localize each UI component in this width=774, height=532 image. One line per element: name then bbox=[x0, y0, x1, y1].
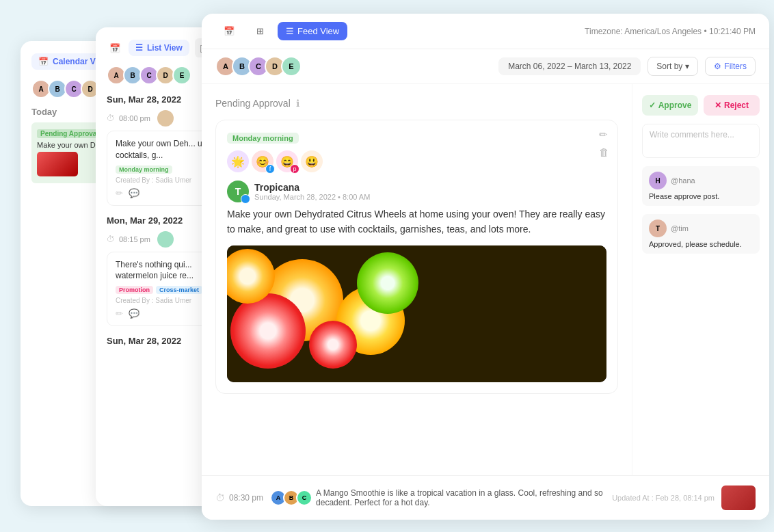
filters-button[interactable]: ⚙ Filters bbox=[705, 57, 756, 76]
comment-user-1: @hana bbox=[671, 176, 695, 185]
date-range-text: March 06, 2022 – March 13, 2022 bbox=[508, 62, 631, 71]
monday-morning-tag: Monday morning bbox=[227, 133, 299, 144]
comment-avatar-2: T bbox=[649, 220, 667, 237]
comment-item-1: H @hana Please approve post. bbox=[642, 166, 760, 206]
sort-by-button[interactable]: Sort by ▾ bbox=[648, 57, 698, 76]
pending-header: Pending Approval ℹ bbox=[215, 98, 618, 109]
feed-nav-icon: ☰ bbox=[286, 26, 294, 36]
comment-input[interactable]: Write comments here... bbox=[642, 124, 760, 158]
bottom-clock-icon: ⏱ bbox=[215, 492, 225, 503]
top-bar-right: Timezone: America/Los Angeles • 10:21:40… bbox=[585, 27, 756, 36]
list-icon: ☰ bbox=[135, 43, 143, 53]
comment-text-2: Approved, please schedule. bbox=[649, 240, 753, 248]
pending-label: Pending Approval bbox=[215, 98, 291, 109]
reject-x-icon: ✕ bbox=[715, 101, 721, 110]
calendar-tab-btn[interactable]: 📅 bbox=[107, 40, 123, 56]
emoji-badge-2: p bbox=[290, 164, 299, 174]
brand-date: Sunday, March 28, 2022 • 8:00 AM bbox=[254, 193, 370, 201]
calendar-nav-icon: 📅 bbox=[224, 26, 235, 36]
comment-text-1: Please approve post. bbox=[649, 192, 753, 200]
sort-by-label: Sort by bbox=[656, 62, 682, 71]
feed-column: Pending Approval ℹ ✏ 🗑 Monday morning 🌟 … bbox=[202, 84, 632, 475]
post-text: Make your own Dehydrated Citrus Wheels a… bbox=[227, 207, 606, 237]
filters-label: Filters bbox=[724, 62, 747, 71]
feed-view-tab[interactable]: ☰ Feed View bbox=[278, 22, 347, 40]
filter-icon: ⚙ bbox=[714, 62, 721, 71]
bottom-avatars: A B C bbox=[270, 490, 309, 506]
emoji-2: 😊 f bbox=[252, 150, 273, 172]
grid-nav-icon: ⊞ bbox=[256, 26, 264, 36]
comment-icon-2[interactable]: 💬 bbox=[129, 308, 139, 319]
bottom-post-text: A Mango Smoothie is like a tropical vaca… bbox=[316, 488, 605, 507]
bottom-time-text: 08:30 pm bbox=[229, 493, 263, 503]
avatar: E bbox=[172, 66, 191, 85]
comment-avatar-1: H bbox=[649, 172, 667, 189]
feed-avatar-5: E bbox=[281, 56, 302, 77]
pending-tag: Pending Approval bbox=[37, 129, 102, 138]
date-range-button[interactable]: March 06, 2022 – March 13, 2022 bbox=[498, 57, 641, 75]
brand-name: Tropicana bbox=[254, 182, 370, 193]
bottom-updated-text: Updated At : Feb 28, 08:14 pm bbox=[612, 494, 715, 502]
bottom-thumb bbox=[721, 486, 756, 510]
grid-view-tab[interactable]: ⊞ bbox=[248, 22, 272, 40]
list-view-label: List View bbox=[147, 43, 183, 53]
comment-icon[interactable]: 💬 bbox=[129, 188, 139, 198]
emoji-4: 😃 bbox=[301, 150, 323, 172]
emoji-3: 😄 p bbox=[276, 150, 298, 172]
list-avatar-small bbox=[157, 110, 174, 127]
comment-placeholder: Write comments here... bbox=[650, 130, 734, 139]
main-feed-panel: 📅 ⊞ ☰ Feed View Timezone: America/Los An… bbox=[202, 14, 769, 520]
approve-label: Approve bbox=[658, 101, 692, 110]
approval-panel: ✓ Approve ✕ Reject Write comments here..… bbox=[632, 84, 769, 475]
promotion-tag: Promotion bbox=[116, 286, 153, 294]
bottom-avatar-3: C bbox=[296, 490, 312, 506]
clock-icon-2: ⏱ bbox=[107, 235, 115, 244]
brand-logo-badge bbox=[241, 194, 250, 204]
clock-icon: ⏱ bbox=[107, 114, 115, 123]
main-content-area: Pending Approval ℹ ✏ 🗑 Monday morning 🌟 … bbox=[202, 84, 769, 475]
bottom-time: ⏱ 08:30 pm bbox=[215, 492, 263, 503]
action-buttons-row: ✓ Approve ✕ Reject bbox=[642, 95, 760, 116]
citrus-slice-lime bbox=[357, 252, 418, 314]
emoji-badge-1: f bbox=[265, 164, 275, 174]
reject-label: Reject bbox=[724, 101, 749, 110]
timezone-display: Timezone: America/Los Angeles • 10:21:40… bbox=[585, 27, 756, 36]
today-thumb bbox=[37, 152, 78, 176]
bottom-bar: ⏱ 08:30 pm A B C A Mango Smoothie is lik… bbox=[202, 475, 769, 520]
sub-bar-right: March 06, 2022 – March 13, 2022 Sort by … bbox=[498, 57, 756, 76]
list-avatar-small-2 bbox=[157, 231, 174, 248]
feed-card-tools: ✏ 🗑 bbox=[599, 129, 609, 158]
calendar-icon: 📅 bbox=[38, 57, 49, 66]
emoji-row: 🌟 😊 f 😄 p 😃 bbox=[227, 150, 606, 172]
cross-market-tag: Cross-market bbox=[156, 286, 202, 294]
comment-item-2: T @tim Approved, please schedule. bbox=[642, 214, 760, 254]
edit-icon-2[interactable]: ✏ bbox=[116, 308, 123, 319]
brand-row: T Tropicana Sunday, March 28, 2022 • 8:0… bbox=[227, 181, 606, 202]
brand-logo: T bbox=[227, 181, 249, 202]
citrus-slice-red-2 bbox=[309, 321, 357, 369]
chevron-down-icon: ▾ bbox=[685, 62, 689, 71]
top-navigation-bar: 📅 ⊞ ☰ Feed View Timezone: America/Los An… bbox=[202, 14, 769, 49]
list-view-button[interactable]: ☰ List View bbox=[129, 40, 189, 56]
sub-navigation-bar: A B C D E March 06, 2022 – March 13, 202… bbox=[202, 49, 769, 84]
feed-avatars: A B C D E bbox=[215, 56, 297, 77]
feed-view-label: Feed View bbox=[297, 26, 339, 36]
edit-icon[interactable]: ✏ bbox=[116, 188, 123, 198]
brand-info: Tropicana Sunday, March 28, 2022 • 8:00 … bbox=[254, 182, 370, 201]
comment-user-2: @tim bbox=[671, 224, 689, 232]
citrus-slice-red bbox=[230, 293, 306, 369]
feed-card-inner: ✏ 🗑 Monday morning 🌟 😊 f 😄 p bbox=[216, 120, 617, 393]
feed-post-card: ✏ 🗑 Monday morning 🌟 😊 f 😄 p bbox=[215, 120, 618, 394]
post-image bbox=[227, 245, 606, 382]
reject-button[interactable]: ✕ Reject bbox=[704, 95, 760, 116]
edit-tool-icon[interactable]: ✏ bbox=[599, 129, 609, 141]
calendar-view-tab[interactable]: 📅 bbox=[215, 22, 243, 40]
delete-tool-icon[interactable]: 🗑 bbox=[599, 146, 609, 158]
emoji-1: 🌟 bbox=[227, 150, 249, 172]
approve-check-icon: ✓ bbox=[649, 101, 656, 110]
approve-button[interactable]: ✓ Approve bbox=[642, 95, 698, 116]
monday-morning-tag: Monday morning bbox=[116, 165, 172, 174]
info-icon: ℹ bbox=[296, 98, 299, 109]
